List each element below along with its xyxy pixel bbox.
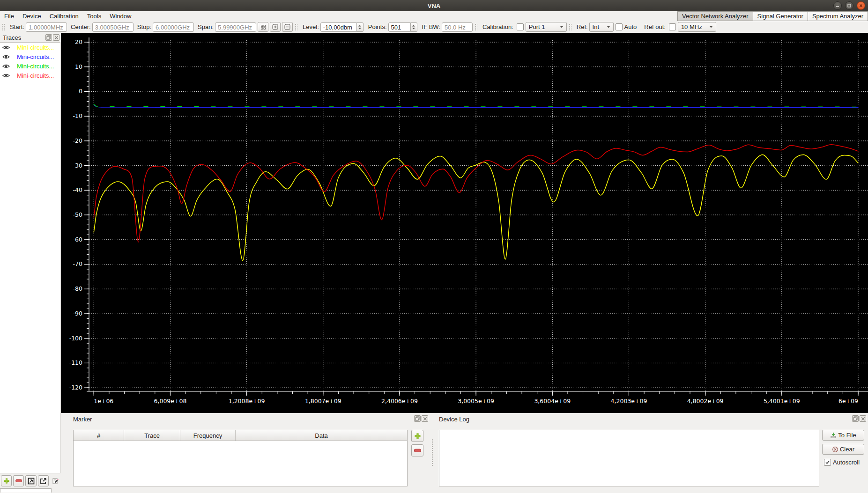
level-input[interactable]: -10,00dbm [320, 22, 357, 32]
trace-label[interactable]: Mini-circuits... [12, 53, 54, 60]
trace-row[interactable]: Mini-circuits... [0, 43, 60, 52]
span-input[interactable]: 5.99900GHz [215, 22, 256, 32]
marker-actions [411, 430, 423, 456]
log-to-file-button[interactable]: To File [822, 430, 864, 441]
device-log-actions: To File Clear Autoscroll [822, 430, 864, 466]
svg-text:10: 10 [75, 63, 82, 70]
import-trace-button[interactable] [25, 475, 36, 486]
float-dock-button[interactable] [45, 34, 52, 41]
trace-label[interactable]: Mini-circuits... [12, 63, 54, 70]
tab-spectrum-analyzer[interactable]: Spectrum Analyzer [808, 11, 868, 21]
remove-marker-button[interactable] [411, 444, 423, 456]
minimize-button[interactable] [833, 1, 842, 10]
trace-visibility-toggle[interactable] [0, 73, 12, 78]
menu-window[interactable]: Window [105, 11, 135, 21]
vna-plot[interactable]: 20100-10-20-30-40-50-60-70-80-90-100-110… [61, 33, 868, 413]
ref-auto-checkbox[interactable] [616, 23, 623, 30]
trace-filter-input[interactable] [0, 488, 52, 493]
trace-label[interactable]: Mini-circuits... [12, 72, 54, 79]
level-spinbox[interactable]: -10,00dbm [320, 22, 364, 32]
traces-dock: Traces Mini-circuits... Mini-circuits... [0, 33, 61, 493]
svg-text:3,6004e+09: 3,6004e+09 [534, 397, 571, 405]
chevron-down-icon [607, 26, 610, 28]
start-input[interactable]: 1.00000MHz [26, 22, 67, 32]
add-marker-button[interactable] [411, 430, 423, 442]
log-clear-button[interactable]: Clear [822, 444, 864, 455]
svg-text:6,009e+08: 6,009e+08 [154, 397, 187, 405]
stop-input[interactable]: 6.00000GHz [153, 22, 194, 32]
trace-row[interactable]: Mini-circuits... [0, 71, 60, 80]
device-log-output[interactable] [439, 430, 819, 486]
ref-select[interactable]: Int [589, 22, 614, 32]
marker-column-number[interactable]: # [74, 430, 124, 441]
close-icon [859, 3, 863, 8]
marker-column-frequency[interactable]: Frequency [180, 430, 236, 441]
marker-dock: Marker # Trace Frequency Data [61, 413, 430, 493]
trace-row[interactable]: Mini-circuits... [0, 52, 60, 61]
points-label: Points: [368, 23, 387, 30]
zoom-out-button[interactable] [282, 22, 293, 32]
menu-file[interactable]: File [0, 11, 18, 21]
points-input[interactable]: 501 [388, 22, 411, 32]
marker-column-data[interactable]: Data [236, 430, 407, 441]
tab-vector-network-analyzer[interactable]: Vector Network Analyzer [677, 11, 753, 21]
level-spin-arrows[interactable] [357, 22, 364, 32]
close-dock-button[interactable] [860, 415, 866, 422]
svg-text:-100: -100 [69, 335, 82, 342]
trace-visibility-toggle[interactable] [0, 45, 12, 50]
calibration-port-select[interactable]: Port 1 [526, 22, 567, 32]
svg-text:-70: -70 [73, 260, 82, 267]
svg-text:-60: -60 [73, 236, 82, 243]
points-spin-arrows[interactable] [411, 22, 417, 32]
trace-row[interactable]: Mini-circuits... [0, 61, 60, 71]
close-dock-button[interactable] [422, 415, 428, 422]
close-icon [423, 417, 427, 421]
close-dock-button[interactable] [53, 34, 59, 41]
svg-text:5,4001e+09: 5,4001e+09 [764, 397, 800, 405]
menu-device[interactable]: Device [18, 11, 45, 21]
trace-label[interactable]: Mini-circuits... [12, 44, 54, 51]
trace-visibility-toggle[interactable] [0, 64, 12, 69]
maximize-button[interactable] [845, 1, 853, 10]
marker-table-body[interactable] [74, 441, 407, 486]
export-arrow-icon [40, 478, 47, 485]
minus-icon [15, 479, 22, 483]
start-label: Start: [10, 23, 24, 30]
marker-column-trace[interactable]: Trace [124, 430, 180, 441]
trace-visibility-toggle[interactable] [0, 54, 12, 59]
remove-trace-button[interactable] [13, 475, 24, 486]
edit-trace-button[interactable] [50, 475, 61, 486]
svg-text:6e+09: 6e+09 [838, 397, 858, 405]
autoscroll-checkbox[interactable] [824, 459, 831, 466]
tab-signal-generator[interactable]: Signal Generator [753, 11, 808, 21]
center-input[interactable]: 3.00050GHz [92, 22, 134, 32]
zoom-in-button[interactable] [270, 22, 281, 32]
eye-icon [2, 64, 10, 69]
clear-icon [832, 446, 838, 453]
points-spinbox[interactable]: 501 [388, 22, 417, 32]
ifbw-input[interactable]: 50.0 Hz [442, 22, 473, 32]
toolbar-drag-handle[interactable] [294, 23, 297, 31]
menubar: File Device Calibration Tools Window Vec… [0, 11, 868, 22]
full-span-button[interactable] [258, 22, 268, 32]
autoscroll-label: Autoscroll [833, 459, 860, 466]
vna-plot-area: 20100-10-20-30-40-50-60-70-80-90-100-110… [61, 33, 868, 413]
titlebar: VNA [0, 0, 868, 12]
export-trace-button[interactable] [38, 475, 49, 486]
toolbar-drag-handle[interactable] [474, 23, 477, 31]
toolbar-drag-handle[interactable] [568, 23, 571, 31]
traces-dock-header[interactable]: Traces [0, 33, 61, 42]
float-dock-button[interactable] [414, 415, 421, 422]
calibration-checkbox[interactable] [517, 23, 524, 30]
close-icon [54, 36, 59, 40]
toolbar-drag-handle[interactable] [1, 23, 5, 31]
close-button[interactable] [857, 1, 865, 10]
add-trace-button[interactable] [1, 475, 12, 486]
center-label: Center: [71, 23, 91, 30]
float-dock-button[interactable] [852, 415, 859, 422]
dock-splitter[interactable] [430, 439, 434, 467]
refout-freq-select[interactable]: 10 MHz [678, 22, 716, 32]
menu-calibration[interactable]: Calibration [45, 11, 83, 21]
menu-tools[interactable]: Tools [83, 11, 105, 21]
refout-checkbox[interactable] [669, 23, 676, 30]
